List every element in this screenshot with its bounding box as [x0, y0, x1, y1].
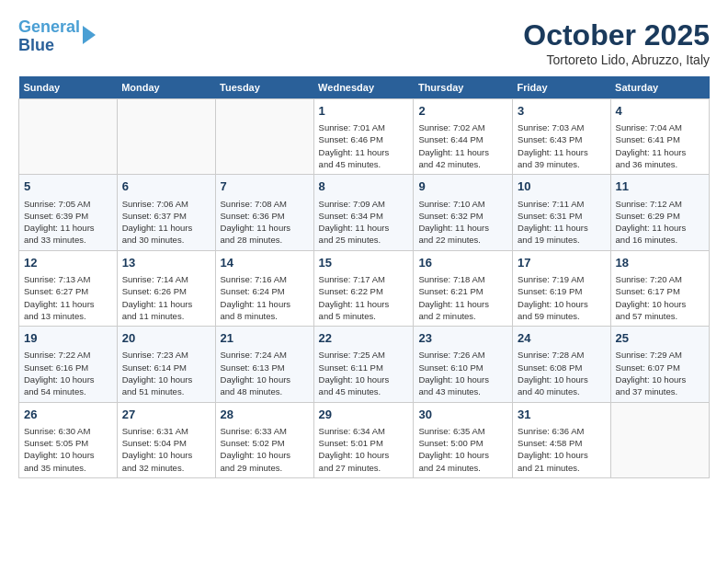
day-number: 7 — [221, 178, 309, 195]
day-info: Sunrise: 6:36 AM Sunset: 4:58 PM Dayligh… — [518, 425, 606, 474]
weekday-header-saturday: Saturday — [610, 76, 709, 99]
weekday-header-wednesday: Wednesday — [313, 76, 414, 99]
day-cell: 4Sunrise: 7:04 AM Sunset: 6:41 PM Daylig… — [610, 99, 709, 175]
day-number: 29 — [319, 407, 409, 423]
day-info: Sunrise: 7:10 AM Sunset: 6:32 PM Dayligh… — [418, 198, 507, 247]
day-info: Sunrise: 7:16 AM Sunset: 6:24 PM Dayligh… — [221, 273, 309, 322]
day-cell: 1Sunrise: 7:01 AM Sunset: 6:46 PM Daylig… — [313, 99, 414, 175]
weekday-header-friday: Friday — [513, 76, 611, 99]
day-cell: 28Sunrise: 6:33 AM Sunset: 5:02 PM Dayli… — [215, 402, 313, 477]
day-info: Sunrise: 6:31 AM Sunset: 5:04 PM Dayligh… — [122, 425, 210, 474]
day-info: Sunrise: 7:19 AM Sunset: 6:19 PM Dayligh… — [518, 273, 606, 322]
day-cell: 14Sunrise: 7:16 AM Sunset: 6:24 PM Dayli… — [215, 250, 313, 326]
day-number: 5 — [24, 178, 112, 195]
day-number: 24 — [518, 330, 606, 347]
day-cell: 18Sunrise: 7:20 AM Sunset: 6:17 PM Dayli… — [610, 250, 709, 326]
weekday-header-sunday: Sunday — [19, 76, 118, 99]
logo-blue: Blue — [18, 36, 54, 54]
day-info: Sunrise: 7:01 AM Sunset: 6:46 PM Dayligh… — [319, 121, 409, 170]
day-cell: 12Sunrise: 7:13 AM Sunset: 6:27 PM Dayli… — [19, 250, 118, 326]
day-info: Sunrise: 7:06 AM Sunset: 6:37 PM Dayligh… — [122, 198, 210, 247]
day-cell — [19, 99, 118, 175]
day-number: 12 — [24, 255, 112, 271]
day-info: Sunrise: 7:23 AM Sunset: 6:14 PM Dayligh… — [122, 349, 210, 397]
day-cell: 15Sunrise: 7:17 AM Sunset: 6:22 PM Dayli… — [313, 250, 414, 326]
day-cell: 30Sunrise: 6:35 AM Sunset: 5:00 PM Dayli… — [414, 402, 513, 477]
day-number: 13 — [122, 255, 210, 271]
day-cell: 17Sunrise: 7:19 AM Sunset: 6:19 PM Dayli… — [513, 250, 611, 326]
day-info: Sunrise: 7:02 AM Sunset: 6:44 PM Dayligh… — [418, 121, 507, 170]
day-info: Sunrise: 6:30 AM Sunset: 5:05 PM Dayligh… — [24, 425, 112, 474]
day-info: Sunrise: 7:29 AM Sunset: 6:07 PM Dayligh… — [616, 349, 704, 397]
day-cell: 25Sunrise: 7:29 AM Sunset: 6:07 PM Dayli… — [610, 327, 709, 402]
location: Tortoreto Lido, Abruzzo, Italy — [523, 52, 710, 67]
day-cell: 3Sunrise: 7:03 AM Sunset: 6:43 PM Daylig… — [513, 99, 611, 175]
week-row-5: 26Sunrise: 6:30 AM Sunset: 5:05 PM Dayli… — [19, 402, 710, 477]
day-info: Sunrise: 7:20 AM Sunset: 6:17 PM Dayligh… — [616, 273, 704, 322]
day-cell: 27Sunrise: 6:31 AM Sunset: 5:04 PM Dayli… — [117, 402, 215, 477]
week-row-4: 19Sunrise: 7:22 AM Sunset: 6:16 PM Dayli… — [19, 327, 710, 402]
day-info: Sunrise: 6:33 AM Sunset: 5:02 PM Dayligh… — [221, 425, 309, 474]
day-number: 1 — [319, 103, 409, 120]
day-cell: 21Sunrise: 7:24 AM Sunset: 6:13 PM Dayli… — [215, 327, 313, 402]
day-number: 27 — [122, 407, 210, 423]
logo-general: General — [18, 17, 80, 36]
day-number: 11 — [616, 178, 704, 195]
day-number: 25 — [616, 330, 704, 347]
logo-arrow-icon — [83, 26, 96, 44]
day-info: Sunrise: 7:24 AM Sunset: 6:13 PM Dayligh… — [221, 349, 309, 397]
day-info: Sunrise: 7:17 AM Sunset: 6:22 PM Dayligh… — [319, 273, 409, 322]
day-cell: 6Sunrise: 7:06 AM Sunset: 6:37 PM Daylig… — [117, 175, 215, 250]
day-info: Sunrise: 7:14 AM Sunset: 6:26 PM Dayligh… — [122, 273, 210, 322]
weekday-header-monday: Monday — [117, 76, 215, 99]
day-cell: 5Sunrise: 7:05 AM Sunset: 6:39 PM Daylig… — [19, 175, 118, 250]
day-cell: 16Sunrise: 7:18 AM Sunset: 6:21 PM Dayli… — [414, 250, 513, 326]
day-number: 17 — [518, 255, 606, 271]
day-info: Sunrise: 7:13 AM Sunset: 6:27 PM Dayligh… — [24, 273, 112, 322]
day-info: Sunrise: 7:28 AM Sunset: 6:08 PM Dayligh… — [518, 349, 606, 397]
day-number: 10 — [518, 178, 606, 195]
day-info: Sunrise: 7:26 AM Sunset: 6:10 PM Dayligh… — [418, 349, 507, 397]
day-number: 20 — [122, 330, 210, 347]
day-info: Sunrise: 7:05 AM Sunset: 6:39 PM Dayligh… — [24, 198, 112, 247]
day-number: 15 — [319, 255, 409, 271]
weekday-header-thursday: Thursday — [414, 76, 513, 99]
day-number: 31 — [518, 407, 606, 423]
logo-text: General Blue — [18, 18, 80, 55]
day-number: 3 — [518, 103, 606, 120]
calendar-table: SundayMondayTuesdayWednesdayThursdayFrid… — [18, 76, 710, 478]
day-number: 2 — [418, 103, 507, 120]
logo: General Blue — [18, 18, 96, 55]
day-cell — [117, 99, 215, 175]
day-info: Sunrise: 6:35 AM Sunset: 5:00 PM Dayligh… — [418, 425, 507, 474]
day-cell: 31Sunrise: 6:36 AM Sunset: 4:58 PM Dayli… — [513, 402, 611, 477]
day-number: 8 — [319, 178, 409, 195]
day-info: Sunrise: 7:08 AM Sunset: 6:36 PM Dayligh… — [221, 198, 309, 247]
day-number: 28 — [221, 407, 309, 423]
weekday-header-row: SundayMondayTuesdayWednesdayThursdayFrid… — [19, 76, 710, 99]
day-cell: 19Sunrise: 7:22 AM Sunset: 6:16 PM Dayli… — [19, 327, 118, 402]
day-info: Sunrise: 7:09 AM Sunset: 6:34 PM Dayligh… — [319, 198, 409, 247]
day-number: 19 — [24, 330, 112, 347]
day-cell: 9Sunrise: 7:10 AM Sunset: 6:32 PM Daylig… — [414, 175, 513, 250]
day-info: Sunrise: 7:22 AM Sunset: 6:16 PM Dayligh… — [24, 349, 112, 397]
day-cell: 2Sunrise: 7:02 AM Sunset: 6:44 PM Daylig… — [414, 99, 513, 175]
day-cell: 13Sunrise: 7:14 AM Sunset: 6:26 PM Dayli… — [117, 250, 215, 326]
day-info: Sunrise: 7:18 AM Sunset: 6:21 PM Dayligh… — [418, 273, 507, 322]
day-cell: 26Sunrise: 6:30 AM Sunset: 5:05 PM Dayli… — [19, 402, 118, 477]
day-cell: 8Sunrise: 7:09 AM Sunset: 6:34 PM Daylig… — [313, 175, 414, 250]
day-number: 30 — [418, 407, 507, 423]
day-info: Sunrise: 7:25 AM Sunset: 6:11 PM Dayligh… — [319, 349, 409, 397]
day-number: 21 — [221, 330, 309, 347]
day-cell — [610, 402, 709, 477]
day-number: 22 — [319, 330, 409, 347]
week-row-1: 1Sunrise: 7:01 AM Sunset: 6:46 PM Daylig… — [19, 99, 710, 175]
month-title: October 2025 — [523, 18, 710, 52]
day-cell: 24Sunrise: 7:28 AM Sunset: 6:08 PM Dayli… — [513, 327, 611, 402]
day-number: 9 — [418, 178, 507, 195]
day-info: Sunrise: 7:03 AM Sunset: 6:43 PM Dayligh… — [518, 121, 606, 170]
day-number: 18 — [616, 255, 704, 271]
day-info: Sunrise: 7:11 AM Sunset: 6:31 PM Dayligh… — [518, 198, 606, 247]
day-number: 6 — [122, 178, 210, 195]
day-cell: 10Sunrise: 7:11 AM Sunset: 6:31 PM Dayli… — [513, 175, 611, 250]
